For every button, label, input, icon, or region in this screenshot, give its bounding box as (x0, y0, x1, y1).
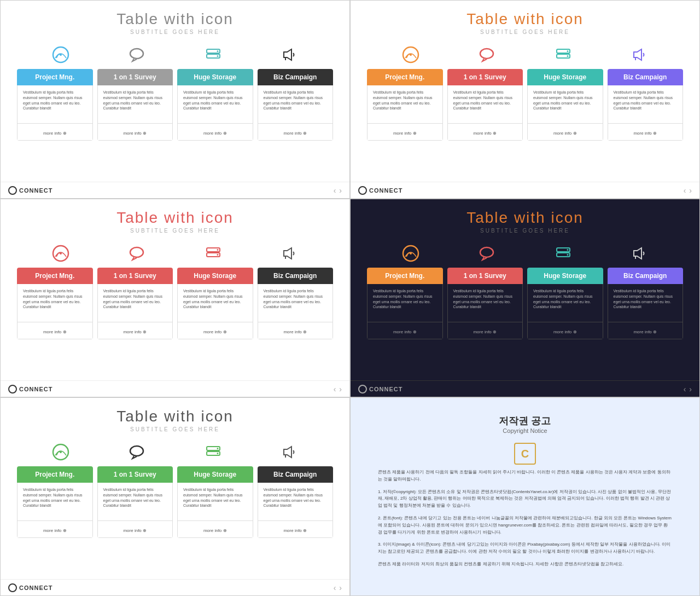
more-info-1-2[interactable]: more info ⊕ (123, 131, 147, 136)
card-3-2-header: 1 on 1 Survey (97, 268, 173, 284)
more-info-2-4[interactable]: more info ⊕ (633, 131, 657, 136)
card-3-2: 1 on 1 Survey Vestibulum id ligula porta… (97, 268, 173, 339)
more-info-2-2[interactable]: more info ⊕ (473, 131, 497, 136)
card-2-4-header: Biz Campaign (608, 69, 684, 85)
card-5-3-body: Vestibulum id ligula porta felis euismod… (177, 483, 253, 521)
slide-2: Table with icon SUBTITLE GOES HERE (350, 0, 700, 199)
card-1-1: Project Mng. Vestibulum id ligula porta … (17, 69, 93, 141)
slide4-header: Table with icon SUBTITLE GOES HERE (351, 199, 699, 237)
footer-connect-text-2: CONNECT (369, 187, 402, 194)
slide2-subtitle: SUBTITLE GOES HERE (351, 29, 699, 35)
more-info-3-1[interactable]: more info ⊕ (43, 329, 67, 334)
copyright-logo: C (514, 443, 536, 465)
slide-4: Table with icon SUBTITLE GOES HERE (350, 199, 700, 397)
more-info-3-4[interactable]: more info ⊕ (283, 329, 307, 334)
card-4-2-footer: more info ⊕ (447, 322, 523, 339)
footer-arrows-5[interactable]: ‹ › (334, 583, 342, 592)
slide4-connect: CONNECT (358, 385, 402, 394)
svg-point-22 (217, 254, 218, 256)
card-2-3-header: Huge Storage (527, 69, 603, 85)
card-5-2: 1 on 1 Survey Vestibulum id ligula porta… (97, 466, 173, 538)
card-5-2-body: Vestibulum id ligula porta felis euismod… (97, 483, 173, 521)
more-info-1-4[interactable]: more info ⊕ (283, 131, 307, 136)
footer-connect-text-4: CONNECT (369, 386, 402, 392)
card-2-3-footer: more info ⊕ (527, 124, 603, 141)
prev-arrow-1[interactable]: ‹ (334, 186, 336, 195)
slide1-icons (1, 38, 349, 69)
more-info-3-3[interactable]: more info ⊕ (203, 329, 227, 334)
next-arrow-2[interactable]: › (689, 186, 692, 195)
card-2-3: Huge Storage Vestibulum id ligula porta … (527, 69, 603, 141)
copyright-section-4: 콘텐츠 제품 라이터와 저자의 최상의 품질의 컨텐츠를 제공하기 위해 지속됩… (378, 561, 672, 568)
card-1-1-header: Project Mng. (17, 69, 93, 85)
prev-arrow-3[interactable]: ‹ (334, 385, 336, 394)
card-5-3: Huge Storage Vestibulum id ligula porta … (177, 466, 253, 538)
prev-arrow-4[interactable]: ‹ (684, 385, 686, 394)
svg-point-5 (217, 50, 218, 52)
slide5-connect: CONNECT (8, 583, 52, 592)
footer-arrows-1[interactable]: ‹ › (334, 186, 342, 195)
card-5-3-header: Huge Storage (177, 466, 253, 483)
footer-circle-4 (358, 385, 367, 394)
footer-circle-1 (8, 186, 17, 195)
card-3-3-body: Vestibulum id ligula porta felis euismod… (177, 284, 253, 322)
copyright-section-1: 1. 저작(©copyright): 모든 콘텐츠의 소유 및 저작권은 콘텐츠… (378, 489, 672, 510)
next-arrow-5[interactable]: › (339, 583, 342, 592)
card-2-4-footer: more info ⊕ (608, 124, 684, 141)
more-info-1-1[interactable]: more info ⊕ (43, 131, 67, 136)
card-1-4-footer: more info ⊕ (258, 124, 334, 141)
storage-icon-3 (197, 242, 230, 264)
footer-circle-5 (8, 583, 17, 592)
more-info-1-3[interactable]: more info ⊕ (203, 131, 227, 136)
next-arrow-4[interactable]: › (689, 385, 692, 394)
slide2-header: Table with icon SUBTITLE GOES HERE (351, 1, 699, 38)
gauge-icon (44, 44, 77, 66)
slide-6: 저작권 공고 Copyright Notice C 콘텐츠 제품을 사용하기 전… (350, 397, 700, 596)
slide3-connect: CONNECT (8, 385, 52, 394)
svg-point-26 (480, 247, 493, 257)
card-4-1-header: Project Mng. (367, 268, 443, 284)
next-arrow-3[interactable]: › (339, 385, 342, 394)
chat-icon-2 (470, 44, 503, 66)
more-info-5-1[interactable]: more info ⊕ (43, 528, 67, 533)
more-info-2-3[interactable]: more info ⊕ (553, 131, 577, 136)
slide4-title: Table with icon (351, 209, 699, 227)
card-3-2-footer: more info ⊕ (97, 322, 173, 339)
card-1-2-body: Vestibulum id ligula porta felis euismod… (97, 85, 173, 124)
more-info-2-1[interactable]: more info ⊕ (393, 131, 417, 136)
slide-1: Table with icon SUBTITLE GOES HERE (0, 0, 350, 199)
more-info-4-3[interactable]: more info ⊕ (553, 329, 577, 334)
more-info-4-4[interactable]: more info ⊕ (633, 329, 657, 334)
copyright-title-en: Copyright Notice (378, 427, 672, 434)
more-info-3-2[interactable]: more info ⊕ (123, 329, 147, 334)
slide1-title: Table with icon (1, 10, 349, 28)
megaphone-icon-4 (623, 242, 656, 264)
slide3-icons (1, 237, 349, 268)
next-arrow-1[interactable]: › (339, 186, 342, 195)
copyright-title-kr: 저작권 공고 (378, 414, 672, 427)
footer-arrows-4[interactable]: ‹ › (684, 385, 692, 394)
gauge-icon-2 (394, 44, 427, 66)
more-info-4-1[interactable]: more info ⊕ (393, 329, 417, 334)
slide5-title: Table with icon (1, 408, 349, 425)
storage-icon-4 (547, 242, 580, 264)
card-2-1-header: Project Mng. (367, 69, 443, 85)
card-4-1-body: Vestibulum id ligula porta felis euismod… (367, 284, 443, 322)
more-info-5-4[interactable]: more info ⊕ (283, 528, 307, 533)
storage-icon-2 (547, 44, 580, 66)
card-3-4-body: Vestibulum id ligula porta felis euismod… (258, 284, 334, 322)
more-info-5-3[interactable]: more info ⊕ (203, 528, 227, 533)
more-info-4-2[interactable]: more info ⊕ (473, 329, 497, 334)
prev-arrow-5[interactable]: ‹ (334, 583, 336, 592)
slide3-cards: Project Mng. Vestibulum id ligula porta … (1, 268, 349, 339)
card-1-3-footer: more info ⊕ (177, 124, 253, 141)
slide5-icons (1, 436, 349, 466)
prev-arrow-2[interactable]: ‹ (684, 186, 686, 195)
slide4-cards: Project Mng. Vestibulum id ligula porta … (351, 268, 699, 339)
footer-arrows-3[interactable]: ‹ › (334, 385, 342, 394)
footer-connect-text-5: CONNECT (19, 585, 52, 591)
slide1-header: Table with icon SUBTITLE GOES HERE (1, 1, 349, 38)
svg-point-14 (567, 55, 568, 57)
footer-arrows-2[interactable]: ‹ › (684, 186, 692, 195)
more-info-5-2[interactable]: more info ⊕ (123, 528, 147, 533)
